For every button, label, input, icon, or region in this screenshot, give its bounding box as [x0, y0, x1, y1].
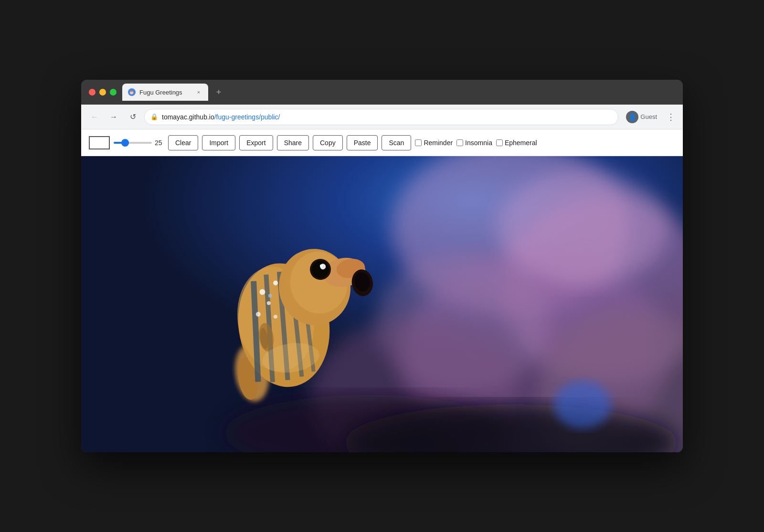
tab-title: Fugu Greetings	[139, 89, 191, 96]
slider-container: 25	[114, 139, 164, 147]
import-button[interactable]: Import	[202, 135, 235, 150]
back-icon: ←	[91, 113, 98, 121]
url-display: tomayac.github.io/fugu-greetings/public/	[162, 113, 280, 121]
slider-value: 25	[155, 139, 164, 147]
insomnia-checkbox[interactable]	[456, 139, 463, 146]
profile-button[interactable]: 👤 Guest	[622, 109, 661, 125]
tab-favicon: 🐡	[128, 88, 136, 96]
address-bar[interactable]: 🔒 tomayac.github.io/fugu-greetings/publi…	[144, 109, 618, 125]
reload-button[interactable]: ↺	[125, 109, 140, 125]
url-domain: tomayac.github.io	[162, 113, 214, 121]
reminder-checkbox-label[interactable]: Reminder	[415, 139, 453, 147]
maximize-button[interactable]	[110, 89, 117, 96]
reminder-checkbox[interactable]	[415, 139, 422, 146]
export-button[interactable]: Export	[239, 135, 273, 150]
back-button[interactable]: ←	[87, 109, 102, 125]
clear-button[interactable]: Clear	[168, 135, 198, 150]
forward-icon: →	[110, 113, 117, 121]
browser-window: 🐡 Fugu Greetings × + ← → ↺ 🔒 tomayac.git…	[81, 80, 683, 452]
profile-label: Guest	[640, 113, 657, 120]
svg-point-7	[497, 170, 668, 285]
reminder-label: Reminder	[424, 139, 453, 147]
minimize-button[interactable]	[99, 89, 106, 96]
new-tab-button[interactable]: +	[212, 85, 225, 99]
app-toolbar: 25 Clear Import Export Share Copy Paste …	[81, 129, 683, 156]
ephemeral-label: Ephemeral	[505, 139, 537, 147]
brush-size-slider[interactable]	[114, 142, 152, 144]
nav-bar: ← → ↺ 🔒 tomayac.github.io/fugu-greetings…	[81, 105, 683, 129]
share-button[interactable]: Share	[277, 135, 309, 150]
reload-icon: ↺	[130, 112, 136, 121]
tab-close-button[interactable]: ×	[195, 88, 202, 96]
insomnia-checkbox-label[interactable]: Insomnia	[456, 139, 492, 147]
browser-menu-button[interactable]: ⋮	[665, 110, 677, 124]
close-button[interactable]	[89, 89, 96, 96]
traffic-lights	[89, 89, 117, 96]
active-tab[interactable]: 🐡 Fugu Greetings ×	[122, 84, 208, 101]
copy-button[interactable]: Copy	[313, 135, 343, 150]
forward-button[interactable]: →	[106, 109, 121, 125]
fish-canvas	[81, 156, 683, 452]
insomnia-label: Insomnia	[465, 139, 492, 147]
profile-icon: 👤	[626, 111, 638, 123]
title-bar: 🐡 Fugu Greetings × +	[81, 80, 683, 105]
paste-button[interactable]: Paste	[347, 135, 378, 150]
lock-icon: 🔒	[150, 113, 158, 120]
canvas-area[interactable]	[81, 156, 683, 452]
tab-area: 🐡 Fugu Greetings × +	[122, 84, 675, 101]
ephemeral-checkbox[interactable]	[496, 139, 503, 146]
svg-point-10	[554, 381, 611, 428]
url-path: /fugu-greetings/public/	[214, 113, 280, 121]
ephemeral-checkbox-label[interactable]: Ephemeral	[496, 139, 537, 147]
color-swatch[interactable]	[89, 136, 110, 149]
scan-button[interactable]: Scan	[382, 135, 411, 150]
